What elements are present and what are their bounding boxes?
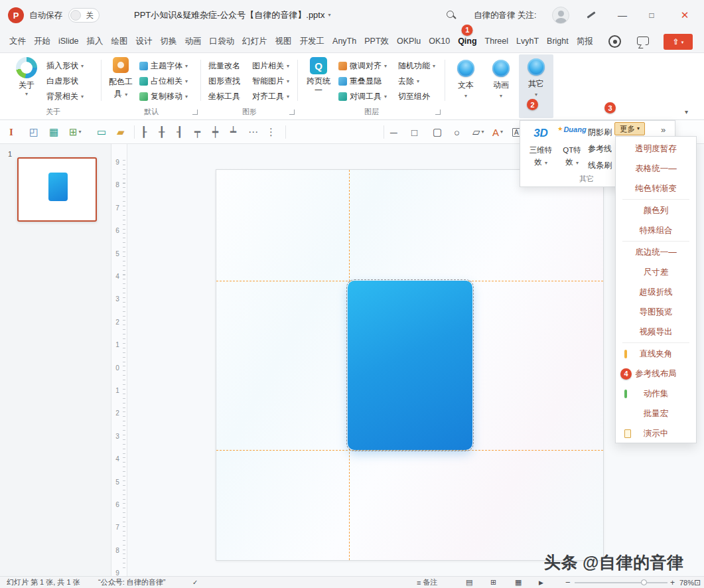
close-button[interactable]: ✕ (668, 0, 702, 31)
ribbon-tab[interactable]: 切换 (157, 31, 181, 53)
ribbon-tab[interactable]: 文件 (5, 31, 30, 53)
ribbon-tab[interactable]: 简报 (573, 31, 597, 53)
table-tool-icon[interactable]: ▦ (49, 123, 58, 141)
more-menu-item[interactable]: 尺寸差 (616, 262, 696, 282)
align-left-icon[interactable]: ┠ (141, 123, 147, 141)
more-menu-item[interactable]: 纯色转渐变 (616, 179, 696, 198)
placeholder-button[interactable]: 占位相关 (139, 74, 188, 89)
white-dummy-shape-button[interactable]: 白虚形状 (46, 74, 84, 89)
minimize-button[interactable]: — (608, 0, 637, 31)
three-d-effect-button[interactable]: 3D 三维特效 (526, 125, 556, 167)
format-brush-icon[interactable]: ▰ (117, 123, 125, 141)
grid-options-icon[interactable]: ⊞ (69, 123, 82, 141)
ribbon-tab[interactable]: Bright (543, 31, 573, 53)
ribbon-tab[interactable]: 动画 (181, 31, 206, 53)
ribbon-tab[interactable]: 开发工 (296, 31, 329, 53)
ribbon-tab[interactable]: 口袋动 (206, 31, 239, 53)
shape-find-button[interactable]: 图形查找 (208, 74, 240, 89)
about-button[interactable]: 关于 (9, 57, 44, 97)
maximize-button[interactable]: □ (637, 0, 666, 31)
more-menu-item[interactable]: 动作集 (616, 384, 696, 404)
more-menu-item[interactable]: 导图预览 (616, 302, 696, 322)
fit-slide-icon[interactable]: ⊡ (694, 577, 701, 588)
coordinate-tool-button[interactable]: 坐标工具 (208, 89, 240, 104)
more-menu-item[interactable]: 表格统一— (616, 159, 696, 179)
overlap-visibility-button[interactable]: 重叠显隐 (338, 74, 387, 89)
animation-menu-button[interactable]: 动画 (484, 56, 518, 117)
ribbon-collapse-icon[interactable] (685, 109, 688, 115)
slide-sorter-icon[interactable]: ⊞ (490, 577, 496, 588)
document-title[interactable]: PPT小知识&疑难杂症-公众号【自律的音律】.pptx (134, 0, 330, 31)
zoom-out-button[interactable]: − (565, 577, 571, 588)
dialog-launcher-icon[interactable] (289, 110, 295, 115)
slide-thumbnail[interactable] (17, 157, 97, 222)
notes-button[interactable]: ≡ 备注 (417, 577, 437, 588)
dialog-launcher-icon[interactable] (192, 110, 198, 115)
more-menu-item[interactable]: 直线夹角 (616, 344, 696, 364)
slideshow-icon[interactable]: ▶ (539, 577, 543, 588)
distribute-h-icon[interactable]: ⋯ (248, 123, 258, 141)
line-brush-button[interactable]: 线条刷 (588, 157, 612, 174)
more-button[interactable]: 更多 (614, 122, 645, 135)
align-tool-button[interactable]: 对齐工具 (252, 89, 289, 104)
blue-rounded-rectangle[interactable] (348, 281, 472, 450)
ribbon-tab[interactable]: LvyhT (512, 31, 543, 53)
move-out-of-group-button[interactable]: 切至组外 (398, 89, 435, 104)
search-icon[interactable] (446, 10, 457, 21)
more-menu-item[interactable]: 超级折线 (616, 282, 696, 302)
font-color-icon[interactable]: A (492, 123, 503, 141)
ribbon-tab[interactable]: 视图 (271, 31, 296, 53)
ribbon-tab[interactable]: OK10 (425, 31, 454, 53)
record-icon[interactable] (608, 35, 621, 48)
rounded-rect-shape-icon[interactable]: ▢ (433, 123, 442, 141)
cross-page-unify-button[interactable]: Q 跨页统一 (303, 57, 334, 95)
toolbar-overflow-icon[interactable]: » (661, 125, 666, 135)
theme-font-button[interactable]: 主题字体 (139, 58, 188, 74)
more-menu-item[interactable]: 透明度暂存 (616, 139, 696, 159)
normal-view-icon[interactable]: ▤ (466, 577, 472, 588)
zoom-in-button[interactable]: + (670, 577, 675, 588)
more-menu-item[interactable]: 底边统一— (616, 242, 696, 262)
zoom-slider[interactable] (575, 582, 668, 583)
ribbon-tab[interactable]: PPT效 (360, 31, 393, 53)
dialog-launcher-icon[interactable] (435, 110, 441, 115)
copy-move-button[interactable]: 复制移动 (139, 89, 188, 104)
more-menu-item[interactable]: 视频导出 (616, 322, 696, 342)
ribbon-tab[interactable]: Threel (481, 31, 512, 53)
line-shape-icon[interactable]: ─ (390, 123, 397, 141)
color-tool-button[interactable]: 配色工具 (105, 57, 137, 99)
ribbon-tab[interactable]: OKPlu (393, 31, 425, 53)
ribbon-tab[interactable]: 开始 (30, 31, 54, 53)
qt-effect-button[interactable]: ★ Duang QT特效 (557, 125, 587, 167)
random-function-button[interactable]: 随机功能 (398, 58, 435, 74)
comment-icon[interactable] (637, 37, 649, 45)
ribbon-tab[interactable]: 插入 (83, 31, 107, 53)
align-right-icon[interactable]: ┨ (176, 123, 182, 141)
align-middle-icon[interactable]: ┿ (212, 123, 218, 141)
background-related-button[interactable]: 背景相关 (46, 89, 84, 104)
align-bottom-icon[interactable]: ┷ (230, 123, 236, 141)
format-painter-icon[interactable]: I (9, 123, 13, 141)
zoom-slider-handle[interactable] (641, 579, 647, 585)
batch-rename-button[interactable]: 批量改名 (208, 58, 240, 74)
guide-line-button[interactable]: 参考线 (588, 141, 612, 157)
more-menu-item[interactable]: 4参考线布局 (616, 364, 696, 384)
swap-tool-button[interactable]: 对调工具 (338, 89, 387, 104)
fine-align-button[interactable]: 微调对齐 (338, 58, 387, 74)
text-menu-button[interactable]: 文本 (449, 56, 483, 117)
autosave-toggle[interactable]: 关 (68, 8, 100, 23)
insert-shape-button[interactable]: 插入形状 (46, 58, 84, 74)
ribbon-tab[interactable]: 绘图 (107, 31, 132, 53)
ribbon-tab[interactable]: 设计 (132, 31, 157, 53)
align-top-icon[interactable]: ┯ (194, 123, 200, 141)
align-center-icon[interactable]: ╂ (159, 123, 165, 141)
more-menu-item[interactable]: 颜色列 (616, 200, 696, 220)
smart-picture-button[interactable]: 智能图片 (252, 74, 289, 89)
ellipse-shape-icon[interactable]: ○ (454, 123, 460, 141)
ribbon-tab[interactable]: 幻灯片 (238, 31, 271, 53)
remove-button[interactable]: 去除 (398, 74, 435, 89)
ribbon-tab[interactable]: Qing1 (454, 31, 480, 53)
reading-view-icon[interactable]: ▦ (515, 577, 522, 588)
more-menu-item[interactable]: 批量宏 (616, 404, 696, 423)
slide[interactable] (216, 169, 604, 561)
